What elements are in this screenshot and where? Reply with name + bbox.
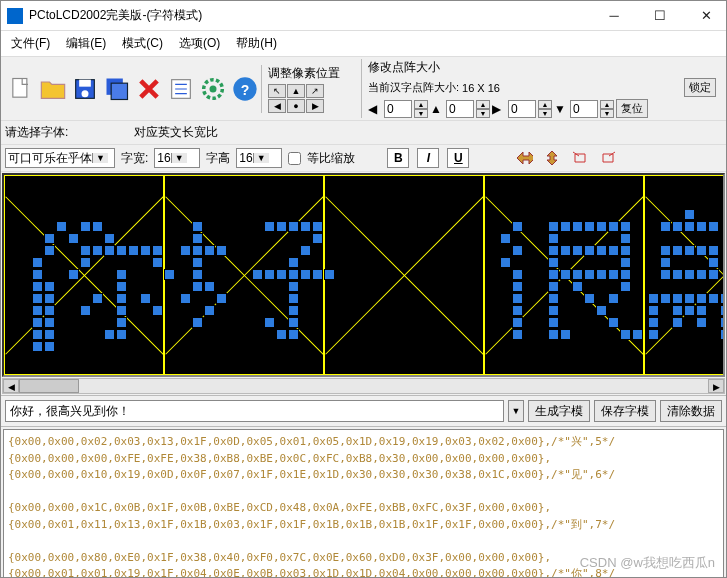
spin-2-up[interactable]: ▲	[476, 100, 490, 109]
width-label: 字宽:	[121, 150, 148, 167]
font-combo[interactable]: 可口可乐在乎体▼	[5, 148, 115, 168]
arrow-center[interactable]: ●	[287, 99, 305, 113]
spin-1[interactable]	[384, 100, 412, 118]
window-title: PCtoLCD2002完美版-(字符模式)	[29, 7, 600, 24]
right-arrow-icon: ▶	[492, 102, 506, 116]
arrow-up-right[interactable]: ↗	[306, 84, 324, 98]
up-arrow-icon: ▲	[430, 102, 444, 116]
scroll-thumb[interactable]	[19, 379, 79, 393]
app-icon	[7, 8, 23, 24]
current-size-value: 16 X 16	[462, 82, 500, 94]
spin-1-up[interactable]: ▲	[414, 100, 428, 109]
menu-edit[interactable]: 编辑(E)	[62, 33, 110, 54]
spin-2[interactable]	[446, 100, 474, 118]
text-input[interactable]: 你好，很高兴见到你！	[5, 400, 504, 422]
spin-4-down[interactable]: ▼	[600, 109, 614, 118]
underline-button[interactable]: U	[447, 148, 469, 168]
glyph-preview[interactable]	[2, 173, 725, 377]
rotate-left-button[interactable]	[569, 148, 591, 168]
save-font-button[interactable]: 保存字模	[594, 400, 656, 422]
spin-3[interactable]	[508, 100, 536, 118]
svg-rect-2	[79, 79, 91, 86]
pixel-arrows: ↖ ▲ ↗ ◀ ● ▶	[268, 84, 355, 113]
titlebar: PCtoLCD2002完美版-(字符模式) ─ ☐ ✕	[1, 1, 726, 31]
spin-4[interactable]	[570, 100, 598, 118]
select-font-label: 请选择字体:	[5, 124, 68, 141]
width-value: 16	[157, 151, 170, 165]
flip-h-button[interactable]	[513, 148, 535, 168]
matrix-size-section: 修改点阵大小 当前汉字点阵大小: 16 X 16 锁定 ◀ ▲▼ ▲ ▲▼ ▶ …	[361, 59, 722, 118]
svg-text:?: ?	[241, 81, 250, 97]
height-label: 字高	[206, 150, 230, 167]
delete-button[interactable]	[133, 72, 165, 106]
menu-file[interactable]: 文件(F)	[7, 33, 54, 54]
text-input-row: 你好，很高兴见到你！ ▼ 生成字模 保存字模 清除数据	[1, 395, 726, 427]
font-settings-row: 请选择字体: 对应英文长宽比	[1, 121, 726, 145]
new-file-button[interactable]	[5, 72, 37, 106]
equal-scale-checkbox[interactable]	[288, 152, 301, 165]
char-cell-2[interactable]	[324, 175, 484, 375]
en-ratio-label: 对应英文长宽比	[134, 124, 218, 141]
height-combo[interactable]: 16▼	[236, 148, 282, 168]
chevron-down-icon: ▼	[92, 153, 108, 163]
clear-button[interactable]: 清除数据	[660, 400, 722, 422]
menu-options[interactable]: 选项(O)	[175, 33, 224, 54]
save-as-button[interactable]	[101, 72, 133, 106]
preview-scrollbar[interactable]: ◀ ▶	[2, 378, 725, 394]
scroll-left-button[interactable]: ◀	[3, 379, 19, 393]
generate-button[interactable]: 生成字模	[528, 400, 590, 422]
down-arrow-icon: ▼	[554, 102, 568, 116]
spin-3-up[interactable]: ▲	[538, 100, 552, 109]
svg-point-8	[210, 85, 217, 92]
svg-rect-5	[111, 83, 127, 99]
scroll-right-button[interactable]: ▶	[708, 379, 724, 393]
watermark: CSDN @w我想吃西瓜n	[580, 554, 715, 572]
font-controls-row: 可口可乐在乎体▼ 字宽: 16▼ 字高 16▼ 等比缩放 B I U	[1, 145, 726, 172]
arrow-up[interactable]: ▲	[287, 84, 305, 98]
width-combo[interactable]: 16▼	[154, 148, 200, 168]
rotate-right-button[interactable]	[597, 148, 619, 168]
chevron-down-icon: ▼	[171, 153, 187, 163]
close-button[interactable]: ✕	[692, 6, 720, 26]
maximize-button[interactable]: ☐	[646, 6, 674, 26]
height-value: 16	[239, 151, 252, 165]
font-name-value: 可口可乐在乎体	[8, 150, 92, 167]
italic-button[interactable]: I	[417, 148, 439, 168]
left-arrow-icon: ◀	[368, 102, 382, 116]
current-size-label: 当前汉字点阵大小:	[368, 80, 459, 95]
toolbar: ? 调整像素位置 ↖ ▲ ↗ ◀ ● ▶ 修改点阵大小 当前汉字点阵大小: 16…	[1, 57, 726, 121]
matrix-size-label: 修改点阵大小	[368, 59, 440, 76]
spin-4-up[interactable]: ▲	[600, 100, 614, 109]
arrow-right[interactable]: ▶	[306, 99, 324, 113]
save-button[interactable]	[69, 72, 101, 106]
reset-button[interactable]: 复位	[616, 99, 648, 118]
settings-button[interactable]	[197, 72, 229, 106]
menubar: 文件(F) 编辑(E) 模式(C) 选项(O) 帮助(H)	[1, 31, 726, 57]
text-dropdown-button[interactable]: ▼	[508, 400, 524, 422]
spin-2-down[interactable]: ▼	[476, 109, 490, 118]
char-cell-0[interactable]	[4, 175, 164, 375]
minimize-button[interactable]: ─	[600, 6, 628, 26]
flip-v-button[interactable]	[541, 148, 563, 168]
spin-3-down[interactable]: ▼	[538, 109, 552, 118]
menu-help[interactable]: 帮助(H)	[232, 33, 281, 54]
lock-button[interactable]: 锁定	[684, 78, 716, 97]
help-button[interactable]: ?	[229, 72, 261, 106]
pixel-position-section: 调整像素位置 ↖ ▲ ↗ ◀ ● ▶	[261, 65, 361, 113]
chevron-down-icon: ▼	[253, 153, 269, 163]
pixel-pos-label: 调整像素位置	[268, 65, 355, 82]
open-file-button[interactable]	[37, 72, 69, 106]
text-input-value: 你好，很高兴见到你！	[10, 403, 130, 420]
svg-rect-0	[13, 78, 27, 97]
arrow-up-left[interactable]: ↖	[268, 84, 286, 98]
bold-button[interactable]: B	[387, 148, 409, 168]
svg-point-3	[82, 90, 89, 97]
list-button[interactable]	[165, 72, 197, 106]
equal-scale-label: 等比缩放	[307, 150, 355, 167]
arrow-left[interactable]: ◀	[268, 99, 286, 113]
menu-mode[interactable]: 模式(C)	[118, 33, 167, 54]
spin-1-down[interactable]: ▼	[414, 109, 428, 118]
